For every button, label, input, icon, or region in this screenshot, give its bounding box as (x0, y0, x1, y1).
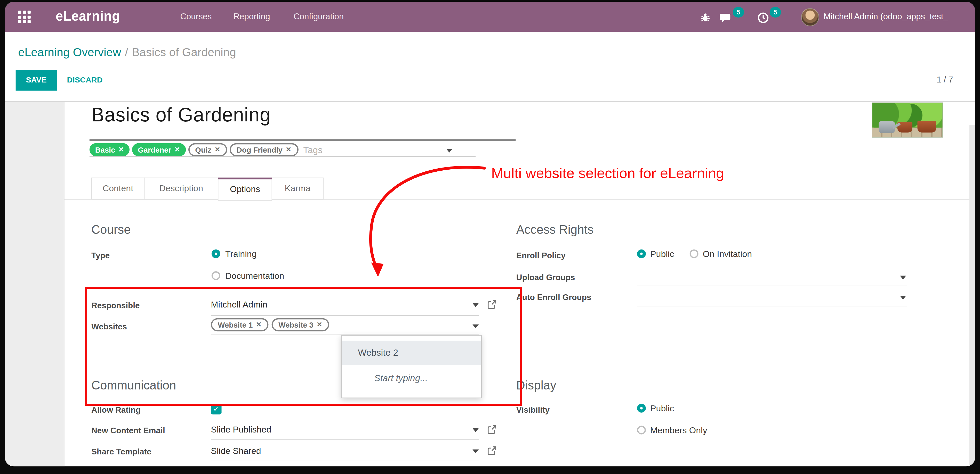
tab-description[interactable]: Description (144, 178, 218, 200)
breadcrumb-current: Basics of Gardening (132, 46, 236, 59)
tag-dog-friendly[interactable]: Dog Friendly✕ (230, 143, 298, 156)
menu-courses[interactable]: Courses (180, 12, 212, 21)
type-label: Type (91, 251, 110, 260)
auto-enroll-groups-caret[interactable] (900, 296, 906, 300)
enroll-public-radio[interactable] (637, 249, 646, 258)
visibility-label: Visibility (516, 405, 550, 414)
remove-tag-icon[interactable]: ✕ (215, 146, 220, 154)
enroll-public-label[interactable]: Public (650, 249, 674, 259)
control-panel-divider (5, 101, 975, 102)
top-navbar: eLearning Courses Reporting Configuratio… (5, 2, 975, 32)
share-template-external-link-icon[interactable] (487, 445, 497, 456)
screenshot-stage: eLearning Courses Reporting Configuratio… (0, 0, 980, 474)
messages-badge[interactable]: 5 (733, 7, 744, 17)
annotation-text: Multi website selection for eLearning (491, 165, 724, 182)
activities-badge[interactable]: 5 (770, 7, 781, 17)
breadcrumb: eLearning Overview/Basics of Gardening (18, 46, 236, 59)
course-section-heading: Course (91, 222, 130, 237)
course-image-thumbnail[interactable] (872, 103, 943, 138)
title-underline (89, 140, 516, 141)
tab-options[interactable]: Options (218, 178, 272, 201)
save-button[interactable]: SAVE (16, 70, 57, 91)
type-training-radio[interactable] (212, 249, 220, 258)
new-content-email-value[interactable]: Slide Published (211, 425, 271, 434)
tab-content[interactable]: Content (91, 178, 145, 200)
bug-icon[interactable] (700, 13, 710, 23)
tab-karma[interactable]: Karma (272, 178, 324, 200)
access-rights-section-heading: Access Rights (516, 222, 594, 237)
tags-dropdown-caret[interactable] (446, 149, 452, 152)
allow-rating-label: Allow Rating (91, 405, 141, 414)
type-documentation-label[interactable]: Documentation (225, 271, 284, 281)
tags-placeholder: Tags (303, 144, 322, 155)
user-menu[interactable]: Mitchell Admin (odoo_apps_test_ (824, 12, 948, 21)
user-avatar[interactable] (801, 8, 819, 26)
new-content-email-label: New Content Email (91, 426, 165, 435)
enroll-policy-label: Enroll Policy (516, 251, 566, 260)
new-content-email-caret[interactable] (473, 428, 479, 432)
sheet-left-margin (5, 102, 64, 466)
annotation-highlight-box (85, 287, 522, 406)
breadcrumb-separator: / (121, 46, 132, 59)
new-content-email-underline (211, 439, 479, 440)
course-title-input[interactable]: Basics of Gardening (91, 104, 270, 126)
menu-configuration[interactable]: Configuration (293, 12, 344, 21)
tags-field[interactable]: Basic✕ Gardener✕ Quiz✕ Dog Friendly✕ Tag… (89, 143, 323, 156)
tabs-bottom-border (64, 200, 969, 200)
share-template-caret[interactable] (473, 450, 479, 453)
tag-gardener[interactable]: Gardener✕ (132, 143, 186, 156)
scrollbar[interactable] (969, 125, 975, 466)
display-section-heading: Display (516, 378, 556, 393)
activities-clock-icon[interactable] (757, 12, 769, 24)
remove-tag-icon[interactable]: ✕ (286, 146, 291, 154)
visibility-members-radio[interactable] (637, 426, 646, 434)
remove-tag-icon[interactable]: ✕ (118, 146, 124, 154)
upload-groups-caret[interactable] (900, 276, 906, 280)
new-content-email-external-link-icon[interactable] (487, 425, 497, 434)
auto-enroll-groups-label: Auto Enroll Groups (516, 293, 592, 302)
visibility-public-radio[interactable] (637, 404, 646, 413)
tags-underline (89, 156, 476, 157)
tag-basic[interactable]: Basic✕ (89, 143, 130, 156)
upload-groups-underline (637, 285, 907, 286)
remove-tag-icon[interactable]: ✕ (174, 146, 180, 154)
type-documentation-radio[interactable] (212, 271, 220, 280)
enroll-invitation-label[interactable]: On Invitation (703, 249, 752, 259)
auto-enroll-groups-underline (637, 306, 907, 306)
share-template-label: Share Template (91, 447, 151, 456)
share-template-value[interactable]: Slide Shared (211, 445, 261, 456)
type-training-label[interactable]: Training (225, 249, 256, 259)
record-pager[interactable]: 1 / 7 (894, 75, 953, 84)
enroll-invitation-radio[interactable] (690, 249, 698, 258)
messages-icon[interactable] (720, 13, 733, 25)
menu-reporting[interactable]: Reporting (234, 12, 270, 21)
app-title[interactable]: eLearning (56, 9, 120, 24)
share-template-underline (211, 461, 479, 461)
visibility-public-label[interactable]: Public (650, 403, 674, 413)
discard-button[interactable]: DISCARD (67, 76, 103, 84)
app-window: eLearning Courses Reporting Configuratio… (5, 2, 975, 466)
apps-grid-icon[interactable] (18, 11, 31, 23)
breadcrumb-parent-link[interactable]: eLearning Overview (18, 46, 121, 59)
plant-pot (917, 120, 936, 133)
tag-quiz[interactable]: Quiz✕ (188, 143, 228, 156)
visibility-members-label[interactable]: Members Only (650, 425, 707, 435)
upload-groups-label: Upload Groups (516, 273, 575, 282)
